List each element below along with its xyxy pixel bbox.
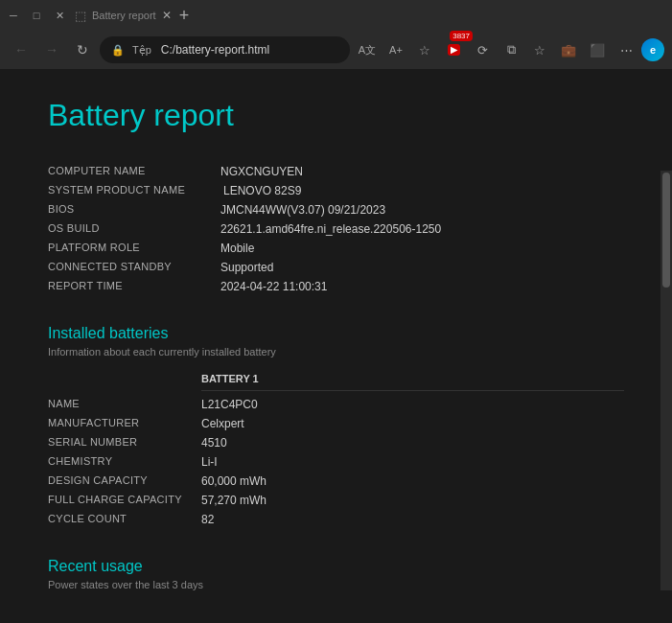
minimize-button[interactable]: ─ [8, 10, 19, 21]
back-button[interactable]: ← [8, 36, 35, 63]
label-connected-standby: CONNECTED STANDBY [48, 261, 182, 274]
lock-icon: 🔒 [111, 44, 125, 57]
info-row-connected-standby: CONNECTED STANDBY Supported [48, 258, 624, 277]
tab-close-btn[interactable]: ✕ [162, 9, 172, 22]
system-info-table: COMPUTER NAME NGXCNGUYEN SYSTEM PRODUCT … [48, 162, 624, 296]
forward-button[interactable]: → [38, 36, 65, 63]
battery-row-design-capacity: DESIGN CAPACITY 60,000 mWh [48, 472, 624, 491]
info-row-report-time: REPORT TIME 2024-04-22 11:00:31 [48, 277, 624, 296]
nav-bar: ← → ↻ 🔒 Tệp C:/battery-report.html A文 A+… [0, 31, 672, 69]
badge-count: 3837 [450, 31, 473, 41]
page-title: Battery report [48, 98, 624, 133]
recent-usage-title: Recent usage [48, 558, 624, 575]
battery-value-design-capacity: 60,000 mWh [201, 474, 266, 488]
info-row-platform-role: PLATFORM ROLE Mobile [48, 239, 624, 258]
value-connected-standby: Supported [220, 261, 273, 274]
battery-row-name: NAME L21C4PC0 [48, 395, 624, 414]
value-os-build: 22621.1.amd64fre.ni_release.220506-1250 [220, 222, 441, 236]
scrollbar[interactable] [660, 171, 672, 590]
battery-label-full-charge: FULL CHARGE CAPACITY [48, 494, 201, 507]
label-computer-name: COMPUTER NAME [48, 165, 182, 178]
new-tab-button[interactable]: + [179, 6, 190, 26]
info-row-os-build: OS BUILD 22621.1.amd64fre.ni_release.220… [48, 219, 624, 239]
battery-label-serial: SERIAL NUMBER [48, 436, 201, 450]
battery-row-serial: SERIAL NUMBER 4510 [48, 433, 624, 452]
battery-value-cycle-count: 82 [201, 513, 214, 526]
maximize-button[interactable]: □ [31, 10, 42, 21]
battery-label-name: NAME [48, 398, 201, 411]
refresh-button[interactable]: ↻ [69, 36, 96, 63]
read-aloud-button[interactable]: A+ [382, 36, 409, 63]
title-bar: ─ □ ✕ ⬚ Battery report ✕ + [0, 0, 672, 31]
url-label: Tệp [132, 44, 151, 57]
info-row-computer-name: COMPUTER NAME NGXCNGUYEN [48, 162, 624, 181]
battery-1-header: BATTERY 1 [201, 373, 624, 391]
battery-label-cycle-count: CYCLE COUNT [48, 513, 201, 526]
value-product-name: LENOVO 82S9 [223, 184, 301, 197]
nav-tools: A文 A+ ☆ ▶ 3837 ⟳ ⧉ ☆ 💼 ⬛ ⋯ e [354, 36, 664, 63]
recent-usage-desc: Power states over the last 3 days [48, 579, 624, 590]
recent-usage-section: Recent usage Power states over the last … [48, 558, 624, 590]
label-report-time: REPORT TIME [48, 280, 182, 293]
address-bar[interactable]: 🔒 Tệp C:/battery-report.html [100, 36, 350, 63]
label-platform-role: PLATFORM ROLE [48, 242, 182, 255]
split-view-button[interactable]: ⧉ [498, 36, 524, 63]
edge-copilot-button[interactable]: e [641, 38, 664, 61]
value-platform-role: Mobile [220, 242, 254, 255]
label-bios: BIOS [48, 203, 182, 217]
history-button[interactable]: ⟳ [469, 36, 496, 63]
battery-label-design-capacity: DESIGN CAPACITY [48, 474, 201, 488]
add-to-favorites-button[interactable]: ☆ [526, 36, 553, 63]
value-bios: JMCN44WW(V3.07) 09/21/2023 [220, 203, 385, 217]
url-text: C:/battery-report.html [161, 43, 269, 57]
value-computer-name: NGXCNGUYEN [220, 165, 303, 178]
browser-chrome: ─ □ ✕ ⬚ Battery report ✕ + ← → ↻ 🔒 Tệp C… [0, 0, 672, 69]
browser-wallet-button[interactable]: 💼 [555, 36, 582, 63]
close-button[interactable]: ✕ [54, 10, 65, 21]
battery-value-manufacturer: Celxpert [201, 417, 244, 430]
info-row-product-name: SYSTEM PRODUCT NAME LENOVO 82S9 [48, 181, 624, 200]
battery-label-chemistry: CHEMISTRY [48, 455, 201, 469]
label-os-build: OS BUILD [48, 222, 182, 236]
scrollbar-thumb[interactable] [662, 173, 670, 288]
battery-row-full-charge: FULL CHARGE CAPACITY 57,270 mWh [48, 491, 624, 510]
battery-row-manufacturer: MANUFACTURER Celxpert [48, 414, 624, 433]
label-product-name: SYSTEM PRODUCT NAME [48, 184, 185, 197]
window-controls: ─ □ ✕ [8, 10, 65, 21]
translate-button[interactable]: A文 [354, 36, 381, 63]
favorites-button[interactable]: ☆ [411, 36, 438, 63]
installed-batteries-section: Installed batteries Information about ea… [48, 325, 624, 529]
page-content: Battery report COMPUTER NAME NGXCNGUYEN … [0, 69, 672, 590]
info-row-bios: BIOS JMCN44WW(V3.07) 09/21/2023 [48, 200, 624, 219]
youtube-button[interactable]: ▶ 3837 [440, 36, 467, 63]
menu-button[interactable]: ⋯ [613, 36, 639, 63]
installed-batteries-title: Installed batteries [48, 325, 624, 342]
extensions-button[interactable]: ⬛ [584, 36, 611, 63]
battery-row-cycle-count: CYCLE COUNT 82 [48, 510, 624, 529]
battery-value-name: L21C4PC0 [201, 398, 258, 411]
battery-value-full-charge: 57,270 mWh [201, 494, 266, 507]
battery-label-manufacturer: MANUFACTURER [48, 417, 201, 430]
installed-batteries-desc: Information about each currently install… [48, 346, 624, 358]
battery-value-serial: 4510 [201, 436, 227, 450]
browser-icon: ⬚ [75, 9, 86, 23]
tab-title-text: Battery report [92, 10, 156, 21]
battery-value-chemistry: Li-I [201, 455, 218, 469]
battery-row-chemistry: CHEMISTRY Li-I [48, 452, 624, 472]
value-report-time: 2024-04-22 11:00:31 [220, 280, 327, 293]
